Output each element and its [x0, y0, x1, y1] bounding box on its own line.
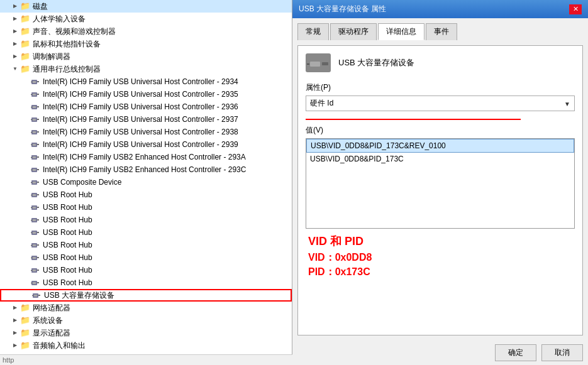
usb-device-icon: [30, 127, 40, 137]
svg-rect-73: [310, 62, 320, 67]
expand-icon[interactable]: [20, 152, 30, 162]
svg-rect-22: [37, 144, 39, 145]
tree-item-label: Intel(R) ICH9 Family USB Universal Host …: [42, 88, 238, 101]
tree-item[interactable]: USB Root Hub: [0, 201, 292, 214]
property-dropdown[interactable]: 硬件 Id ▼: [306, 95, 575, 111]
expand-icon[interactable]: [20, 265, 30, 275]
tree-item[interactable]: USB Root Hub: [0, 188, 292, 201]
tree-item[interactable]: Intel(R) ICH9 Family USB Universal Host …: [0, 88, 292, 101]
svg-rect-2: [37, 81, 39, 82]
device-header: USB 大容量存储设备: [306, 53, 575, 72]
svg-rect-63: [31, 270, 32, 271]
tab-details[interactable]: 详细信息: [378, 23, 424, 40]
expand-icon[interactable]: [20, 127, 30, 137]
expand-icon[interactable]: [20, 77, 30, 87]
device-manager-tree[interactable]: 📁磁盘📁人体学输入设备📁声音、视频和游戏控制器📁鼠标和其他指针设备📁调制解调器📁…: [0, 0, 292, 365]
expand-icon[interactable]: [10, 26, 20, 36]
tree-item-label: 人体学输入设备: [31, 13, 86, 25]
expand-icon[interactable]: [10, 64, 20, 74]
expand-icon[interactable]: [10, 328, 20, 338]
expand-icon[interactable]: [20, 89, 30, 99]
usb-device-icon: [30, 152, 40, 162]
expand-icon[interactable]: [20, 165, 30, 175]
expand-icon[interactable]: [20, 253, 30, 263]
tree-item[interactable]: 📁音频输入和输出: [0, 339, 292, 352]
expand-icon[interactable]: [20, 240, 30, 250]
vid-pid-title: VID 和 PID: [308, 234, 572, 249]
tree-item-label: Intel(R) ICH9 Family USB Universal Host …: [42, 138, 238, 151]
red-separator: [306, 119, 521, 120]
svg-rect-17: [33, 131, 36, 133]
tree-item-label: 声音、视频和游戏控制器: [31, 25, 116, 38]
expand-icon[interactable]: [10, 1, 20, 11]
tree-item[interactable]: USB Composite Device: [0, 176, 292, 188]
expand-icon[interactable]: [21, 290, 31, 300]
expand-icon[interactable]: [20, 278, 30, 288]
tree-item[interactable]: Intel(R) ICH9 Family USB Universal Host …: [0, 101, 292, 113]
tree-item[interactable]: 📁显示适配器: [0, 327, 292, 339]
tab-general[interactable]: 常规: [297, 23, 329, 40]
tree-item[interactable]: USB Root Hub: [0, 214, 292, 226]
expand-icon[interactable]: [20, 139, 30, 150]
expand-icon[interactable]: [20, 102, 30, 112]
ok-button[interactable]: 确定: [495, 344, 536, 361]
tree-item[interactable]: Intel(R) ICH9 Family USB Universal Host …: [0, 126, 292, 138]
expand-icon[interactable]: [10, 39, 20, 49]
tree-item[interactable]: 📁系统设备: [0, 314, 292, 327]
tree-item[interactable]: USB Root Hub: [0, 251, 292, 264]
tree-item[interactable]: Intel(R) ICH9 Family USB Universal Host …: [0, 138, 292, 151]
tree-item[interactable]: USB Root Hub: [0, 239, 292, 251]
tree-item[interactable]: 📁人体学输入设备: [0, 13, 292, 25]
tree-item-label: 网络适配器: [31, 302, 70, 314]
tree-item[interactable]: USB Root Hub: [0, 276, 292, 289]
expand-icon[interactable]: [10, 52, 20, 62]
svg-rect-50: [37, 232, 39, 233]
tree-item[interactable]: 📁网络适配器: [0, 302, 292, 314]
close-button[interactable]: ✕: [569, 4, 582, 14]
expand-icon[interactable]: [10, 303, 20, 313]
pid-value: PID：0x173C: [308, 266, 572, 279]
usb-device-icon: [30, 227, 40, 237]
expand-icon[interactable]: [20, 114, 30, 124]
expand-icon[interactable]: [20, 202, 30, 212]
svg-rect-74: [322, 62, 328, 65]
expand-icon[interactable]: [20, 215, 30, 225]
tree-item[interactable]: USB 大容量存储设备: [0, 289, 292, 302]
properties-dialog: USB 大容量存储设备 属性 ✕ 常规 驱动程序 详细信息 事件: [292, 0, 588, 365]
expand-icon[interactable]: [20, 190, 30, 200]
dialog-title: USB 大容量存储设备 属性: [299, 4, 386, 14]
value-list[interactable]: USB\VID_0DD8&PID_173C&REV_0100 USB\VID_0…: [306, 138, 575, 229]
tree-item-label: 系统设备: [31, 314, 63, 327]
expand-icon[interactable]: [10, 14, 20, 24]
tab-driver[interactable]: 驱动程序: [330, 23, 377, 40]
tree-item[interactable]: Intel(R) ICH9 Family USB Universal Host …: [0, 113, 292, 126]
tree-item[interactable]: 📁调制解调器: [0, 50, 292, 63]
svg-rect-21: [33, 144, 36, 146]
expand-icon[interactable]: [20, 227, 30, 237]
tab-events[interactable]: 事件: [426, 23, 457, 40]
tree-item[interactable]: Intel(R) ICH9 Family USB Universal Host …: [0, 75, 292, 88]
dialog-body: 常规 驱动程序 详细信息 事件 USB 大容量存储设备 属性(: [292, 18, 588, 340]
expand-icon[interactable]: [10, 340, 20, 351]
svg-rect-10: [37, 106, 39, 107]
value-item-1[interactable]: USB\VID_0DD8&PID_173C&REV_0100: [306, 139, 574, 153]
tree-item-label: USB Root Hub: [42, 188, 92, 201]
tree-item[interactable]: 📁鼠标和其他指针设备: [0, 38, 292, 50]
svg-rect-27: [31, 157, 32, 158]
url-bar: http: [0, 354, 292, 365]
tree-item-label: USB Root Hub: [42, 226, 92, 239]
expand-icon[interactable]: [20, 177, 30, 187]
svg-rect-3: [31, 82, 32, 82]
value-item-2[interactable]: USB\VID_0DD8&PID_173C: [306, 153, 574, 166]
tree-item[interactable]: 📁磁盘: [0, 0, 292, 13]
expand-icon[interactable]: [10, 315, 20, 325]
tree-item[interactable]: 📁声音、视频和游戏控制器: [0, 25, 292, 38]
tree-item[interactable]: USB Root Hub: [0, 264, 292, 276]
tree-item[interactable]: 📁通用串行总线控制器: [0, 63, 292, 75]
cancel-button[interactable]: 取消: [541, 344, 583, 361]
tree-item[interactable]: USB Root Hub: [0, 226, 292, 239]
tree-item[interactable]: Intel(R) ICH9 Family USB2 Enhanced Host …: [0, 151, 292, 163]
svg-rect-54: [37, 244, 39, 246]
svg-rect-57: [33, 257, 36, 259]
tree-item[interactable]: Intel(R) ICH9 Family USB2 Enhanced Host …: [0, 163, 292, 176]
